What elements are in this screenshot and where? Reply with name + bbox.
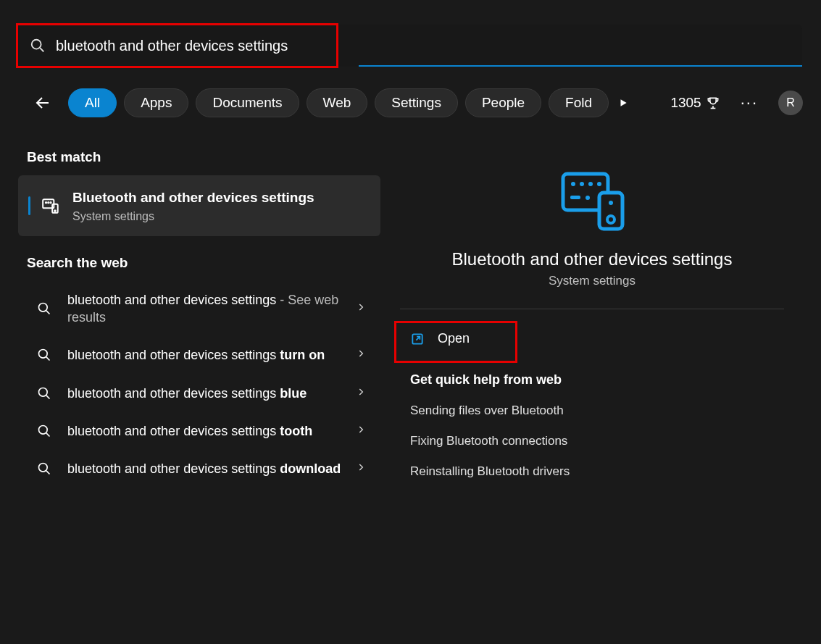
help-link-0[interactable]: Sending files over Bluetooth (410, 403, 570, 418)
chevron-right-icon[interactable] (351, 302, 370, 315)
svg-line-11 (46, 311, 50, 314)
svg-point-28 (609, 201, 613, 205)
devices-icon (41, 196, 61, 215)
search-bar[interactable] (18, 25, 802, 67)
svg-point-12 (39, 350, 48, 359)
search-icon (34, 301, 54, 316)
search-input[interactable] (54, 37, 802, 55)
svg-point-6 (48, 202, 49, 203)
search-icon (34, 424, 54, 438)
scope-overflow-caret[interactable] (613, 98, 633, 108)
devices-large-icon (556, 168, 628, 236)
results-column: Best match Bluetooth and other devices s… (18, 141, 380, 488)
best-match-result[interactable]: Bluetooth and other devices settings Sys… (18, 175, 380, 236)
scope-folders[interactable]: Fold (549, 88, 609, 117)
selection-indicator (28, 196, 30, 215)
scope-all[interactable]: All (68, 88, 117, 117)
rewards-points[interactable]: 1305 (670, 95, 720, 111)
svg-point-24 (597, 182, 601, 186)
search-icon (34, 461, 54, 476)
search-focus-underline (359, 65, 802, 67)
trophy-icon (706, 96, 720, 110)
preview-separator (400, 309, 784, 309)
web-result-text: bluetooth and other devices settings too… (67, 422, 351, 440)
best-match-title: Bluetooth and other devices settings (72, 188, 314, 207)
chevron-right-icon[interactable] (351, 387, 370, 400)
profile-avatar[interactable]: R (778, 91, 803, 115)
svg-point-23 (588, 182, 593, 186)
back-button[interactable] (28, 88, 58, 118)
web-result-text: bluetooth and other devices settings - S… (67, 291, 351, 327)
scope-people[interactable]: People (465, 88, 541, 117)
web-result-text: bluetooth and other devices settings dow… (67, 460, 351, 477)
svg-point-22 (580, 182, 584, 186)
chevron-right-icon[interactable] (351, 348, 370, 361)
svg-rect-25 (570, 196, 580, 199)
svg-point-7 (50, 202, 51, 203)
search-icon (30, 38, 46, 54)
svg-point-21 (571, 182, 575, 186)
scope-settings[interactable]: Settings (375, 88, 458, 117)
open-icon (410, 332, 425, 346)
open-label: Open (438, 331, 470, 346)
scope-row: All Apps Documents Web Settings People F… (28, 85, 803, 120)
svg-point-16 (39, 425, 48, 434)
chevron-right-icon[interactable] (351, 462, 370, 475)
svg-line-1 (40, 48, 43, 51)
search-icon (34, 348, 54, 362)
svg-line-19 (46, 471, 50, 474)
web-result-3[interactable]: bluetooth and other devices settings too… (18, 412, 380, 450)
quick-help-heading: Get quick help from web (410, 372, 562, 388)
svg-point-18 (39, 464, 48, 472)
more-options-button[interactable]: ··· (741, 93, 758, 112)
web-result-0[interactable]: bluetooth and other devices settings - S… (18, 281, 380, 337)
open-action[interactable]: Open (397, 322, 487, 355)
preview-title: Bluetooth and other devices settings (452, 249, 733, 269)
svg-point-26 (585, 196, 590, 200)
svg-point-0 (32, 40, 41, 49)
best-match-subtitle: System settings (72, 210, 314, 223)
search-web-heading: Search the web (27, 255, 380, 271)
svg-point-9 (54, 210, 56, 212)
help-link-1[interactable]: Fixing Bluetooth connections (410, 434, 570, 448)
web-result-text: bluetooth and other devices settings tur… (67, 346, 351, 364)
help-link-2[interactable]: Reinstalling Bluetooth drivers (410, 464, 570, 479)
best-match-heading: Best match (27, 149, 380, 165)
web-result-text: bluetooth and other devices settings blu… (67, 385, 351, 402)
svg-point-5 (46, 202, 46, 203)
scope-documents[interactable]: Documents (196, 88, 299, 117)
preview-panel: Bluetooth and other devices settings Sys… (381, 141, 803, 479)
svg-line-17 (46, 433, 50, 437)
search-icon (34, 386, 54, 401)
svg-point-14 (39, 388, 48, 396)
svg-line-15 (46, 396, 50, 399)
preview-subtitle: System settings (549, 274, 635, 288)
web-result-2[interactable]: bluetooth and other devices settings blu… (18, 375, 380, 412)
svg-marker-3 (621, 99, 627, 106)
web-result-4[interactable]: bluetooth and other devices settings dow… (18, 450, 380, 488)
scope-web[interactable]: Web (307, 88, 368, 117)
rewards-points-value: 1305 (670, 95, 701, 111)
svg-point-10 (39, 303, 48, 311)
scope-apps[interactable]: Apps (124, 88, 188, 117)
chevron-right-icon[interactable] (351, 425, 370, 438)
svg-line-13 (46, 357, 50, 361)
web-result-1[interactable]: bluetooth and other devices settings tur… (18, 336, 380, 374)
